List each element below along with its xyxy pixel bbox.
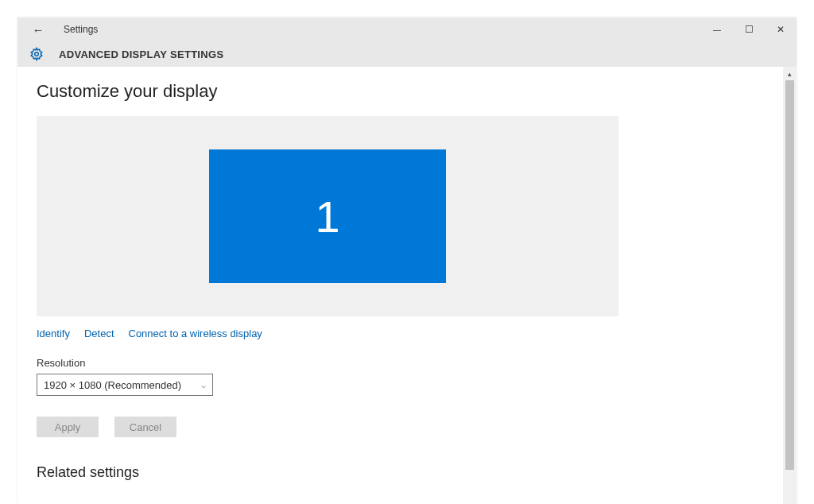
identify-link[interactable]: Identify: [37, 328, 70, 339]
settings-window: Settings ADVANCED DISPLAY SETTINGS Custo…: [17, 17, 797, 504]
scroll-thumb[interactable]: [785, 80, 794, 470]
maximize-button[interactable]: [733, 17, 765, 41]
resolution-select[interactable]: 1920 × 1080 (Recommended) ⌵: [37, 374, 213, 396]
vertical-scrollbar[interactable]: ▴: [783, 67, 797, 504]
display-preview-area: 1: [37, 116, 618, 316]
scroll-up-arrow-icon[interactable]: ▴: [783, 67, 797, 80]
apply-button[interactable]: Apply: [37, 417, 99, 437]
resolution-value: 1920 × 1080 (Recommended): [44, 379, 181, 391]
back-arrow-icon: [33, 23, 45, 37]
gear-icon: [29, 46, 45, 62]
chevron-down-icon: ⌵: [201, 381, 206, 390]
close-button[interactable]: [765, 17, 797, 41]
display-links: Identify Detect Connect to a wireless di…: [37, 328, 763, 339]
back-button[interactable]: [30, 21, 46, 37]
svg-point-0: [35, 52, 39, 56]
customize-heading: Customize your display: [37, 81, 763, 102]
action-buttons: Apply Cancel: [37, 417, 763, 437]
minimize-button[interactable]: [701, 17, 733, 41]
content: Customize your display 1 Identify Detect…: [17, 67, 782, 504]
detect-link[interactable]: Detect: [84, 328, 114, 339]
monitor-tile-1[interactable]: 1: [209, 149, 446, 283]
resolution-label: Resolution: [37, 357, 763, 369]
titlebar-top: Settings: [17, 17, 797, 41]
titlebar-main: ADVANCED DISPLAY SETTINGS: [17, 41, 797, 67]
app-name: Settings: [64, 24, 98, 35]
window-controls: [701, 17, 797, 41]
wireless-display-link[interactable]: Connect to a wireless display: [129, 328, 262, 339]
titlebar: Settings ADVANCED DISPLAY SETTINGS: [17, 17, 797, 67]
related-settings-heading: Related settings: [37, 464, 763, 481]
page-title: ADVANCED DISPLAY SETTINGS: [59, 48, 223, 60]
cancel-button[interactable]: Cancel: [114, 417, 176, 437]
